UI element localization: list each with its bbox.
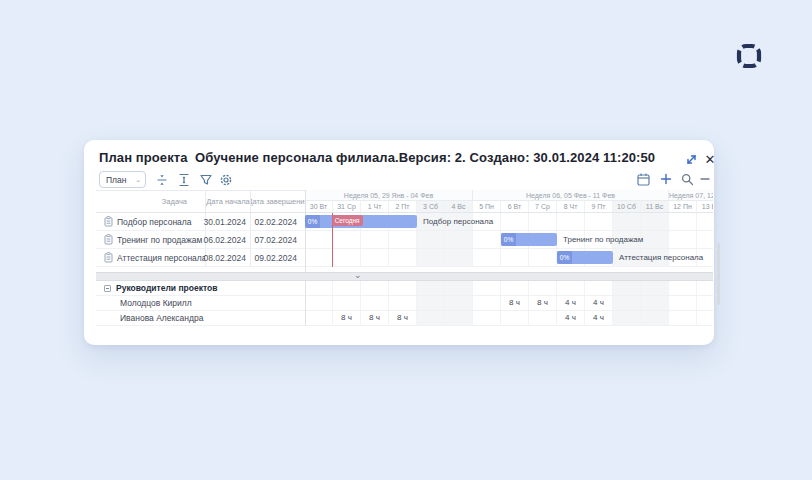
gantt-bar-label: Аттестация персонала: [619, 249, 703, 267]
timeline-day-header: 9 Пт: [585, 201, 613, 212]
timeline-cell: [557, 281, 585, 295]
timeline-day-header: 10 Сб: [613, 201, 641, 212]
resource-grid-row: 8 ч8 ч8 ч4 ч4 ч: [305, 311, 713, 326]
resource-hours-cell: [445, 311, 473, 325]
timeline-cell: [669, 281, 697, 295]
settings-gear-icon[interactable]: [218, 172, 234, 188]
timeline-cell: [529, 281, 557, 295]
resource-hours-cell: [473, 296, 501, 310]
timeline-cell: [501, 213, 529, 230]
resource-group-row[interactable]: Руководители проектов: [96, 281, 305, 296]
gantt-row: 0%Аттестация персонала: [305, 249, 713, 267]
timeline-cell: [389, 231, 417, 248]
table-header: Задача Дата начала Дата завершения: [96, 190, 305, 213]
search-icon[interactable]: [680, 172, 696, 188]
timeline-week-row: Неделя 05, 29 Янв - 04 ФевНеделя 06, 05 …: [305, 190, 713, 201]
task-table: Задача Дата начала Дата завершения Подбо…: [96, 190, 305, 326]
brand-logo-icon: [735, 42, 763, 70]
timeline-day-header: 30 Вт: [305, 201, 333, 212]
timeline-cell: [557, 213, 585, 230]
gantt-grid: Задача Дата начала Дата завершения Подбо…: [96, 190, 713, 326]
view-mode-value: План: [106, 175, 127, 185]
resource-hours-cell: [305, 311, 333, 325]
resource-hours-cell: [417, 296, 445, 310]
gantt-bar-label: Тренинг по продажам: [563, 231, 643, 249]
timeline-cell: [641, 281, 669, 295]
column-header-task: Задача: [96, 190, 206, 212]
vertical-scrollbar[interactable]: [717, 243, 720, 305]
timeline-cell: [417, 249, 445, 266]
splitter-band: ⌄: [96, 272, 713, 281]
task-end-date: 07.02.2024: [251, 231, 305, 248]
timeline-day-header: 4 Вс: [445, 201, 473, 212]
gantt-bar-progress: 0%: [557, 251, 572, 264]
gantt-bar[interactable]: 0%: [501, 233, 557, 246]
timeline-cell: [445, 249, 473, 266]
filter-icon[interactable]: [198, 172, 214, 188]
expand-icon[interactable]: [685, 153, 699, 167]
timeline-day-header: 11 Вс: [641, 201, 669, 212]
timeline-cell: [697, 231, 713, 248]
resource-hours-cell: [389, 296, 417, 310]
expand-all-icon[interactable]: [176, 172, 192, 188]
timeline-cell: [529, 249, 557, 266]
view-mode-select[interactable]: План ⌄: [99, 171, 146, 188]
timeline-cell: [473, 231, 501, 248]
timeline-week-header: Неделя 05, 29 Янв - 04 Фев: [305, 190, 473, 200]
timeline-cell: [333, 281, 361, 295]
task-start-date: 08.02.2024: [206, 249, 251, 266]
resource-person-row[interactable]: Молодцов Кирилл: [96, 296, 305, 311]
timeline-cell: [417, 281, 445, 295]
close-icon[interactable]: ✕: [703, 153, 717, 167]
resource-hours-cell: [641, 311, 669, 325]
resource-grid-row: [305, 281, 713, 296]
timeline-day-header: 13 Вт: [697, 201, 713, 212]
resource-grid-row: 8 ч8 ч4 ч4 ч: [305, 296, 713, 311]
timeline-pane: Неделя 05, 29 Янв - 04 ФевНеделя 06, 05 …: [305, 190, 713, 326]
timeline-cell: [501, 249, 529, 266]
timeline-cell: [613, 281, 641, 295]
collapse-box-icon[interactable]: [104, 285, 111, 292]
gantt-bar[interactable]: 0%: [557, 251, 613, 264]
task-name: Аттестация персонала: [117, 253, 206, 263]
resource-hours-cell: [529, 311, 557, 325]
resource-hours-cell: [613, 311, 641, 325]
resource-hours-cell: 8 ч: [333, 311, 361, 325]
resource-hours-cell: 8 ч: [501, 296, 529, 310]
gantt-window: План проекта Обучение персонала филиала.…: [84, 140, 714, 345]
resource-hours-cell: 4 ч: [585, 296, 613, 310]
timeline-cell: [669, 213, 697, 230]
timeline-day-header: 2 Пт: [389, 201, 417, 212]
add-plus-icon[interactable]: [659, 172, 675, 188]
timeline-week-header: Неделя 06, 05 Фев - 11 Фев: [473, 190, 669, 200]
timeline-cell: [641, 231, 669, 248]
gantt-row: 0%Тренинг по продажам: [305, 231, 713, 249]
person-name: Молодцов Кирилл: [120, 298, 192, 308]
resource-hours-cell: 8 ч: [389, 311, 417, 325]
timeline-day-header: 7 Ср: [529, 201, 557, 212]
task-icon: [104, 216, 113, 227]
timeline-cell: [445, 281, 473, 295]
gantt-rows: 0%Подбор персонала0%Тренинг по продажам0…: [305, 213, 713, 267]
timeline-cell: [697, 213, 713, 230]
today-badge: Сегодня: [332, 215, 363, 226]
table-row[interactable]: Тренинг по продажам 06.02.2024 07.02.202…: [96, 231, 305, 249]
timeline-day-header: 3 Сб: [417, 201, 445, 212]
resource-hours-cell: [305, 296, 333, 310]
calendar-icon[interactable]: [636, 172, 652, 188]
table-row[interactable]: Аттестация персонала 08.02.2024 09.02.20…: [96, 249, 305, 267]
collapse-chevron-icon[interactable]: ⌄: [354, 270, 362, 280]
resource-hours-cell: [697, 311, 713, 325]
collapse-all-icon[interactable]: [154, 172, 170, 188]
timeline-day-header: 31 Ср: [333, 201, 361, 212]
resource-hours-cell: [361, 296, 389, 310]
task-name: Подбор персонала: [117, 217, 192, 227]
timeline-cell: [333, 249, 361, 266]
resource-hours-cell: 4 ч: [557, 311, 585, 325]
table-row[interactable]: Подбор персонала 30.01.2024 02.02.2024: [96, 213, 305, 231]
timeline-cell: [305, 281, 333, 295]
resource-person-row[interactable]: Иванова Александра: [96, 311, 305, 326]
remove-minus-icon[interactable]: [698, 172, 714, 188]
timeline-cell: [473, 281, 501, 295]
gantt-bar-progress: 0%: [305, 215, 320, 228]
